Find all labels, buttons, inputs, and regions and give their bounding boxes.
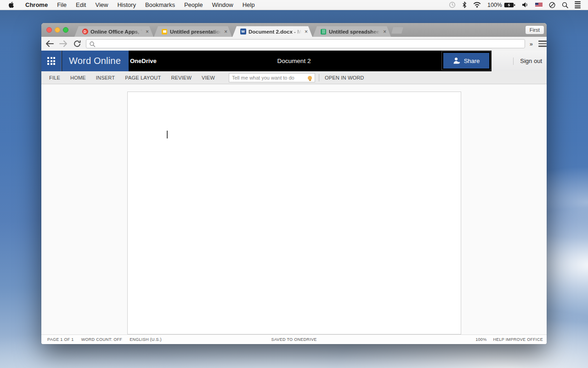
tell-me-box[interactable] — [229, 73, 315, 82]
profile-button[interactable]: First — [525, 25, 544, 34]
sign-out-button[interactable]: Sign out — [520, 58, 547, 64]
lightbulb-icon — [308, 76, 312, 80]
notification-center-icon[interactable] — [575, 1, 581, 8]
battery-percentage: 100% — [487, 2, 502, 8]
status-help-improve[interactable]: HELP IMPROVE OFFICE — [493, 337, 543, 342]
browser-tab-presentation[interactable]: Untitled presentation - Goo × — [154, 26, 232, 37]
ribbon-tab-review[interactable]: REVIEW — [166, 75, 197, 80]
browser-tab-spreadsheet[interactable]: Untitled spreadsheet - Goo × — [313, 26, 391, 37]
tab-close-icon[interactable]: × — [304, 29, 309, 34]
browser-tab-document-active[interactable]: W Document 2.docx - Micros × — [232, 26, 312, 37]
back-arrow-icon — [45, 40, 54, 47]
ribbon-tab-file[interactable]: FILE — [44, 75, 65, 80]
bluetooth-icon[interactable] — [462, 1, 467, 8]
menu-item-edit[interactable]: Edit — [71, 1, 90, 8]
status-page-count[interactable]: PAGE 1 OF 1 — [47, 337, 74, 342]
menu-item-people[interactable]: People — [180, 1, 207, 8]
wifi-icon[interactable] — [473, 2, 481, 8]
volume-icon[interactable] — [522, 2, 529, 8]
status-bar: PAGE 1 OF 1 WORD COUNT: OFF ENGLISH (U.S… — [41, 334, 547, 344]
tab-close-icon[interactable]: × — [223, 29, 228, 34]
status-save-state: SAVED TO ONEDRIVE — [271, 337, 317, 342]
ribbon-divider — [319, 74, 319, 81]
share-person-icon — [453, 57, 461, 64]
back-button[interactable] — [44, 38, 55, 49]
onedrive-link[interactable]: OneDrive — [130, 51, 157, 71]
tab-strip: D Online Office Apps, Tools × Untitled p… — [41, 23, 547, 37]
reload-button[interactable] — [72, 38, 83, 49]
input-source-us-flag-icon[interactable] — [535, 3, 543, 7]
window-minimize-button[interactable] — [55, 27, 60, 33]
open-in-word-button[interactable]: OPEN IN WORD — [325, 71, 364, 84]
menu-item-history[interactable]: History — [113, 1, 140, 8]
status-word-count[interactable]: WORD COUNT: OFF — [81, 337, 123, 342]
window-close-button[interactable] — [46, 27, 52, 33]
share-label: Share — [464, 58, 480, 64]
address-bar[interactable] — [86, 39, 525, 48]
tab-title: Online Office Apps, Tools — [90, 29, 142, 34]
window-zoom-button[interactable] — [63, 27, 68, 33]
menu-item-chrome[interactable]: Chrome — [21, 1, 52, 8]
text-cursor — [167, 131, 168, 138]
word-online-brand[interactable]: Word Online — [62, 51, 129, 71]
address-bar-input[interactable] — [97, 40, 511, 47]
word-online-header: Word Online OneDrive Document 2 Share Si… — [41, 51, 547, 71]
tab-close-icon[interactable]: × — [145, 29, 150, 34]
share-button[interactable]: Share — [442, 52, 491, 70]
status-zoom-level[interactable]: 100% — [475, 337, 486, 342]
tab-title: Document 2.docx - Micros — [249, 29, 301, 34]
browser-toolbar: » — [41, 37, 547, 51]
header-divider — [513, 58, 514, 65]
office-apps-favicon-icon: D — [82, 29, 88, 35]
apple-menu[interactable] — [0, 1, 21, 8]
forward-button[interactable] — [58, 38, 69, 49]
macos-menu-bar: Chrome File Edit View History Bookmarks … — [0, 0, 588, 10]
apple-icon — [8, 1, 14, 8]
tab-title: Untitled spreadsheet - Goo — [329, 29, 380, 34]
ribbon-tab-insert[interactable]: INSERT — [91, 75, 120, 80]
menu-item-file[interactable]: File — [52, 1, 71, 8]
sign-out-zone: Sign out — [492, 51, 547, 71]
browser-tab-office-apps[interactable]: D Online Office Apps, Tools × — [74, 26, 153, 37]
reload-icon — [74, 40, 81, 47]
battery-charging-icon — [504, 2, 515, 8]
ribbon-bar: FILE HOME INSERT PAGE LAYOUT REVIEW VIEW… — [41, 71, 547, 84]
editor-canvas — [41, 85, 547, 334]
ribbon-tab-home[interactable]: HOME — [65, 75, 91, 80]
chrome-menu-icon[interactable] — [538, 40, 547, 47]
menu-item-help[interactable]: Help — [238, 1, 260, 8]
desktop: Chrome File Edit View History Bookmarks … — [0, 0, 588, 368]
tab-close-icon[interactable]: × — [382, 29, 387, 34]
app-launcher-button[interactable] — [41, 51, 62, 71]
spotlight-search-icon[interactable] — [562, 2, 568, 8]
document-title[interactable]: Document 2 — [277, 51, 311, 71]
battery-status[interactable]: 100% — [487, 2, 515, 8]
new-tab-button[interactable] — [391, 27, 403, 34]
menu-item-view[interactable]: View — [90, 1, 113, 8]
app-launcher-grid-icon — [47, 57, 55, 65]
tab-title: Untitled presentation - Goo — [170, 29, 221, 34]
ribbon-tab-page-layout[interactable]: PAGE LAYOUT — [120, 75, 166, 80]
search-icon — [89, 41, 96, 47]
circle-slash-icon[interactable] — [549, 2, 555, 8]
google-slides-favicon-icon — [161, 29, 168, 35]
forward-arrow-icon — [59, 40, 68, 47]
status-language[interactable]: ENGLISH (U.S.) — [130, 337, 162, 342]
word-favicon-icon: W — [240, 29, 246, 35]
ribbon-tab-view[interactable]: VIEW — [197, 75, 220, 80]
time-machine-icon[interactable] — [449, 1, 456, 8]
google-sheets-favicon-icon — [320, 29, 327, 35]
menu-item-bookmarks[interactable]: Bookmarks — [141, 1, 180, 8]
bookmarks-overflow-button[interactable]: » — [530, 40, 533, 47]
document-page[interactable] — [127, 92, 461, 334]
menu-item-window[interactable]: Window — [207, 1, 237, 8]
chrome-window: D Online Office Apps, Tools × Untitled p… — [41, 23, 547, 344]
tell-me-input[interactable] — [229, 75, 308, 80]
